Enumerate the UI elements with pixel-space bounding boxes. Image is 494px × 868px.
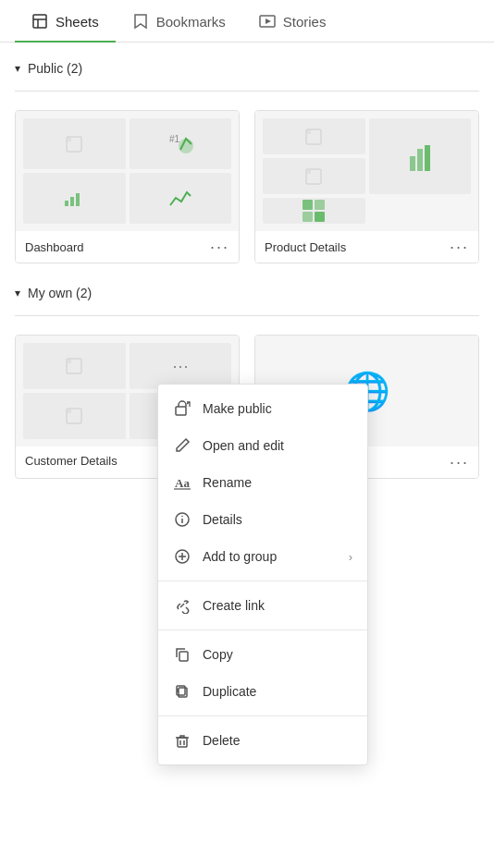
- menu-duplicate-label: Duplicate: [203, 684, 352, 699]
- menu-item-add-to-group[interactable]: Add to group ›: [158, 538, 367, 575]
- context-menu: Make public Open and edit Aa Rename: [157, 384, 368, 765]
- menu-item-create-link[interactable]: Create link: [158, 587, 367, 624]
- info-icon: [173, 510, 191, 529]
- svg-text:Aa: Aa: [175, 476, 190, 490]
- menu-divider-3: [158, 715, 367, 716]
- menu-make-public-label: Make public: [203, 401, 352, 416]
- make-public-icon: [173, 399, 191, 418]
- menu-item-open-edit[interactable]: Open and edit: [158, 427, 367, 464]
- menu-create-link-label: Create link: [203, 598, 352, 613]
- menu-item-delete[interactable]: Delete: [158, 722, 367, 759]
- menu-details-label: Details: [203, 512, 352, 527]
- edit-icon: [173, 436, 191, 455]
- menu-delete-label: Delete: [203, 733, 352, 748]
- svg-rect-39: [178, 738, 187, 747]
- menu-divider-2: [158, 630, 367, 630]
- menu-item-details[interactable]: Details: [158, 501, 367, 538]
- copy-icon: [173, 645, 191, 664]
- link-icon: [173, 596, 191, 615]
- svg-point-30: [181, 516, 183, 518]
- duplicate-icon: [173, 682, 191, 701]
- menu-add-group-label: Add to group: [203, 549, 338, 564]
- menu-item-rename[interactable]: Aa Rename: [158, 464, 367, 501]
- menu-rename-label: Rename: [203, 475, 352, 490]
- context-menu-overlay: Make public Open and edit Aa Rename: [0, 0, 494, 868]
- menu-item-copy[interactable]: Copy: [158, 636, 367, 673]
- menu-copy-label: Copy: [203, 647, 352, 662]
- menu-divider-1: [158, 581, 367, 581]
- svg-rect-25: [176, 407, 186, 415]
- menu-item-make-public[interactable]: Make public: [158, 390, 367, 427]
- rename-icon: Aa: [173, 473, 191, 492]
- add-group-arrow: ›: [349, 550, 352, 564]
- delete-icon: [173, 731, 191, 750]
- add-group-icon: [173, 547, 191, 566]
- menu-open-edit-label: Open and edit: [203, 438, 352, 453]
- menu-item-duplicate[interactable]: Duplicate: [158, 673, 367, 710]
- svg-rect-34: [179, 652, 188, 661]
